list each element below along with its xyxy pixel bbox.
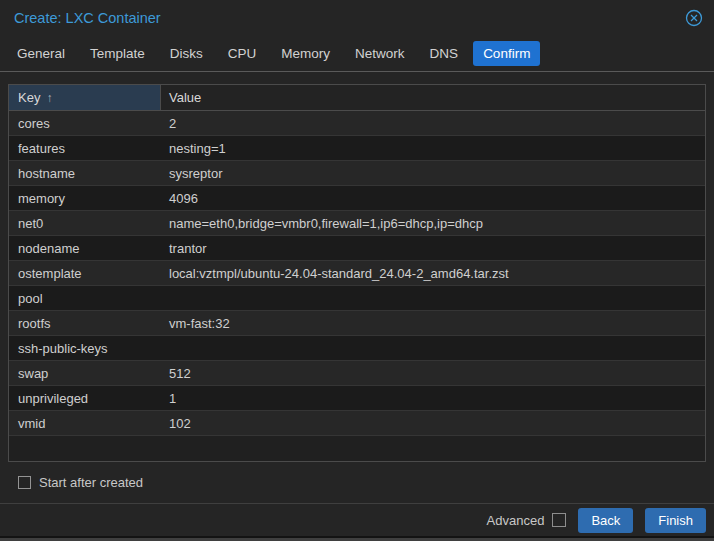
- advanced-checkbox[interactable]: [552, 513, 566, 527]
- row-value: local:vztmpl/ubuntu-24.04-standard_24.04…: [161, 266, 705, 281]
- row-key: net0: [9, 216, 161, 231]
- tab-template[interactable]: Template: [80, 41, 155, 66]
- tab-cpu[interactable]: CPU: [218, 41, 267, 66]
- close-icon[interactable]: [684, 8, 704, 28]
- finish-button[interactable]: Finish: [645, 508, 706, 533]
- row-key: swap: [9, 366, 161, 381]
- column-header-value[interactable]: Value: [161, 85, 705, 110]
- table-row[interactable]: memory 4096: [9, 186, 705, 211]
- row-key: ssh-public-keys: [9, 341, 161, 356]
- column-header-key-label: Key: [18, 90, 40, 105]
- create-lxc-container-dialog: Create: LXC Container General Template D…: [0, 0, 714, 541]
- confirm-panel: Key ↑ Value cores 2 features nesting=1 h…: [0, 72, 714, 494]
- row-value: 102: [161, 416, 705, 431]
- row-value: trantor: [161, 241, 705, 256]
- row-value: 2: [161, 116, 705, 131]
- start-after-created-row: Start after created: [18, 470, 706, 494]
- row-key: features: [9, 141, 161, 156]
- table-row[interactable]: ssh-public-keys: [9, 336, 705, 361]
- row-value: vm-fast:32: [161, 316, 705, 331]
- start-after-created-label: Start after created: [39, 475, 143, 490]
- grid-empty-area: [9, 436, 705, 461]
- row-key: rootfs: [9, 316, 161, 331]
- table-row[interactable]: cores 2: [9, 111, 705, 136]
- row-key: cores: [9, 116, 161, 131]
- tab-network[interactable]: Network: [345, 41, 415, 66]
- tab-disks[interactable]: Disks: [160, 41, 213, 66]
- column-header-value-label: Value: [169, 90, 201, 105]
- table-row[interactable]: ostemplate local:vztmpl/ubuntu-24.04-sta…: [9, 261, 705, 286]
- row-value: 4096: [161, 191, 705, 206]
- tab-confirm[interactable]: Confirm: [473, 41, 540, 66]
- tab-memory[interactable]: Memory: [271, 41, 340, 66]
- dialog-title: Create: LXC Container: [14, 10, 684, 26]
- row-key: vmid: [9, 416, 161, 431]
- row-value: name=eth0,bridge=vmbr0,firewall=1,ip6=dh…: [161, 216, 705, 231]
- dialog-bottom-edge: [0, 536, 714, 541]
- summary-grid: Key ↑ Value cores 2 features nesting=1 h…: [8, 84, 706, 462]
- table-row[interactable]: pool: [9, 286, 705, 311]
- tab-general[interactable]: General: [7, 41, 75, 66]
- row-value: 512: [161, 366, 705, 381]
- wizard-tabbar: General Template Disks CPU Memory Networ…: [0, 36, 714, 71]
- table-row[interactable]: nodename trantor: [9, 236, 705, 261]
- column-header-key[interactable]: Key ↑: [9, 85, 161, 110]
- row-value: sysreptor: [161, 166, 705, 181]
- row-key: ostemplate: [9, 266, 161, 281]
- table-row[interactable]: unprivileged 1: [9, 386, 705, 411]
- row-key: unprivileged: [9, 391, 161, 406]
- row-key: pool: [9, 291, 161, 306]
- advanced-label: Advanced: [487, 513, 545, 528]
- table-row[interactable]: net0 name=eth0,bridge=vmbr0,firewall=1,i…: [9, 211, 705, 236]
- table-row[interactable]: hostname sysreptor: [9, 161, 705, 186]
- tab-dns[interactable]: DNS: [420, 41, 469, 66]
- table-row[interactable]: swap 512: [9, 361, 705, 386]
- advanced-option: Advanced: [487, 513, 567, 528]
- row-value: 1: [161, 391, 705, 406]
- sort-asc-icon: ↑: [46, 91, 52, 105]
- table-row[interactable]: vmid 102: [9, 411, 705, 436]
- footer-toolbar: Advanced Back Finish: [0, 504, 714, 536]
- row-key: nodename: [9, 241, 161, 256]
- grid-header-row: Key ↑ Value: [9, 85, 705, 111]
- back-button[interactable]: Back: [578, 508, 633, 533]
- row-key: memory: [9, 191, 161, 206]
- table-row[interactable]: rootfs vm-fast:32: [9, 311, 705, 336]
- start-after-created-checkbox[interactable]: [18, 476, 31, 489]
- row-value: nesting=1: [161, 141, 705, 156]
- row-key: hostname: [9, 166, 161, 181]
- table-row[interactable]: features nesting=1: [9, 136, 705, 161]
- dialog-titlebar: Create: LXC Container: [0, 0, 714, 36]
